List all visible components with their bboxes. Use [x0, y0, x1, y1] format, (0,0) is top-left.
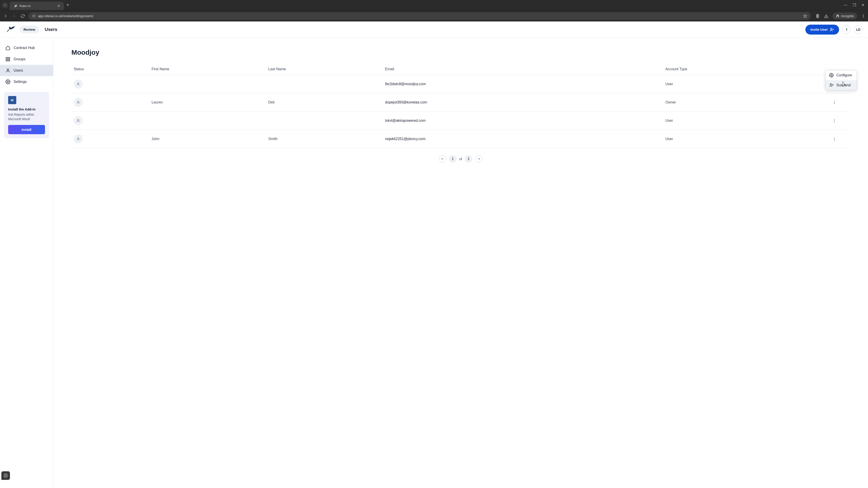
cell-last-name: [266, 75, 383, 93]
robin-logo-icon[interactable]: [5, 26, 16, 33]
svg-point-7: [831, 28, 832, 30]
chevron-down-icon: [4, 4, 6, 6]
user-status-avatar: [74, 98, 83, 107]
cell-email: nejek62251@ploncy.com: [383, 130, 663, 148]
cell-last-name: Deli: [266, 93, 383, 111]
svg-line-29: [4, 474, 5, 475]
dropdown-suspend[interactable]: Suspend: [826, 80, 857, 90]
pagination-prev-button[interactable]: [439, 155, 446, 162]
address-bar[interactable]: app.robinai.co.uk/review/settings/users/: [29, 12, 811, 20]
browser-nav-bar: app.robinai.co.uk/review/settings/users/…: [0, 10, 868, 22]
invite-user-label: Invite User: [810, 28, 828, 31]
cell-account-type: User: [663, 75, 819, 93]
pagination-current: 1: [449, 155, 457, 163]
reload-button[interactable]: [20, 13, 26, 19]
svg-line-32: [4, 476, 5, 477]
cell-email: 8e1bbdc8@moodjoy.com: [383, 75, 663, 93]
install-addon-button[interactable]: Install: [8, 125, 45, 134]
user-avatar[interactable]: LD: [854, 25, 863, 34]
grid-icon: [5, 57, 10, 62]
svg-point-5: [863, 15, 864, 16]
gear-icon: [829, 73, 834, 77]
user-icon: [76, 100, 80, 104]
organization-title: Moodjoy: [71, 48, 850, 56]
sidebar-item-label: Contract Hub: [13, 46, 35, 50]
svg-rect-13: [6, 60, 7, 61]
table-row: John Smith nejek62251@ploncy.com User ⋮: [71, 130, 850, 148]
invite-user-button[interactable]: Invite User: [805, 25, 839, 35]
lifebuoy-icon: [3, 473, 8, 478]
svg-point-10: [846, 30, 847, 31]
arrow-left-icon: [441, 157, 444, 160]
addon-card: W Install the Add-in Get Reports within …: [4, 92, 49, 138]
pagination-of-label: of: [459, 157, 462, 161]
sidebar: Contract Hub Groups Users Settings W Ins…: [0, 38, 53, 488]
minimize-icon[interactable]: —: [844, 3, 847, 7]
support-fab[interactable]: [1, 471, 10, 480]
svg-point-6: [863, 17, 864, 18]
favicon-feather-icon: [13, 4, 17, 8]
arrow-right-icon: [477, 157, 480, 160]
app-header: Review Users Invite User LD: [0, 22, 868, 38]
row-actions-button[interactable]: ⋮: [819, 130, 850, 148]
incognito-badge[interactable]: Incognito: [833, 13, 857, 20]
close-window-icon[interactable]: ✕: [862, 3, 864, 7]
tab-list-dropdown[interactable]: [2, 2, 8, 8]
site-settings-icon: [32, 14, 36, 18]
svg-point-22: [830, 84, 832, 85]
sidebar-item-label: Settings: [13, 80, 27, 84]
svg-rect-14: [8, 60, 10, 61]
user-status-avatar: [74, 79, 83, 89]
svg-rect-12: [8, 57, 10, 59]
cell-email: dopejot393@konetas.com: [383, 93, 663, 111]
pagination-next-button[interactable]: [475, 155, 483, 162]
dropdown-suspend-label: Suspend: [836, 83, 850, 87]
user-icon: [76, 82, 80, 86]
url-text: app.robinai.co.uk/review/settings/users/: [38, 14, 93, 18]
addon-title: Install the Add-in: [8, 107, 45, 111]
user-status-avatar: [74, 134, 83, 143]
svg-line-30: [6, 476, 7, 477]
cell-first-name: [149, 111, 266, 130]
column-header-last-name: Last Name: [266, 64, 383, 75]
bookmark-star-icon[interactable]: [803, 14, 807, 18]
cell-first-name: [149, 75, 266, 93]
new-tab-button[interactable]: +: [66, 2, 69, 8]
svg-point-15: [7, 69, 8, 70]
dropdown-configure[interactable]: Configure: [826, 70, 857, 80]
pagination: 1 of 1: [71, 155, 850, 163]
dropdown-configure-label: Configure: [836, 73, 852, 77]
row-actions-button[interactable]: ⋮: [819, 93, 850, 111]
browser-tab[interactable]: Robin AI ✕: [9, 2, 64, 10]
tab-title: Robin AI: [20, 4, 55, 8]
window-controls: — ❐ ✕: [844, 3, 866, 7]
incognito-icon: [836, 14, 840, 18]
word-icon: W: [8, 96, 16, 104]
chrome-menu-icon[interactable]: [861, 14, 865, 18]
cell-last-name: [266, 111, 383, 130]
review-nav-pill[interactable]: Review: [20, 26, 39, 33]
close-tab-icon[interactable]: ✕: [57, 4, 60, 8]
help-button[interactable]: [842, 25, 851, 34]
sidebar-item-contract-hub[interactable]: Contract Hub: [0, 42, 53, 54]
column-header-first-name: First Name: [149, 64, 266, 75]
svg-point-16: [7, 81, 8, 83]
maximize-icon[interactable]: ❐: [853, 3, 856, 7]
svg-point-17: [78, 83, 79, 84]
back-button[interactable]: [3, 13, 8, 19]
svg-marker-3: [804, 14, 807, 18]
sidebar-item-settings[interactable]: Settings: [0, 76, 53, 88]
users-table: Status First Name Last Name Email Accoun…: [71, 64, 850, 148]
row-actions-button[interactable]: ⋮: [819, 111, 850, 130]
home-icon: [5, 45, 10, 51]
sidebar-item-groups[interactable]: Groups: [0, 54, 53, 65]
forward-button[interactable]: [11, 13, 17, 19]
cell-account-type: Owner: [663, 93, 819, 111]
user-icon: [76, 137, 80, 141]
sidebar-item-users[interactable]: Users: [0, 65, 53, 76]
user-icon: [5, 68, 10, 73]
svg-point-4: [863, 14, 864, 15]
downloads-icon[interactable]: [824, 14, 829, 18]
extensions-icon[interactable]: [815, 14, 820, 18]
cell-last-name: Smith: [266, 130, 383, 148]
